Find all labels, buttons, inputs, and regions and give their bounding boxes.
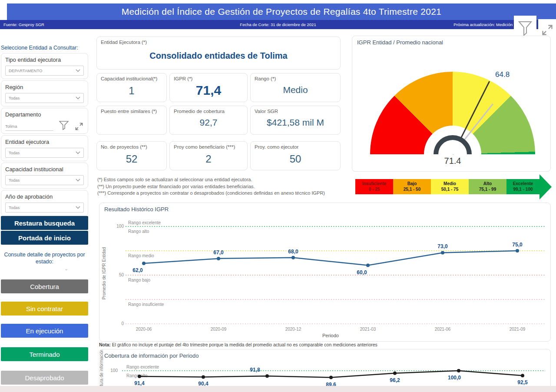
kpi-label-promedio-de-cobertura: Promedio de cobertura [174,109,225,114]
slicer-ano-de-aprobacion: Año de aprobaciónTodas [1,190,88,216]
svg-text:75,0: 75,0 [512,242,523,248]
chevron-down-icon [76,69,80,72]
svg-text:0: 0 [121,321,124,326]
slicer-search-departamento: Tolima [5,120,84,131]
kpi-label-proy-como-beneficiario: Proy como beneficiario (***) [174,144,235,149]
slicer-dropdown-region[interactable]: Todas [5,93,84,103]
sidebar-heading: Seleccione Entidad a Consultar: [1,45,89,51]
slicer-departamento: DepartamentoTolima [1,108,88,134]
entity-card: Entidad Ejecutora (*) Consolidado entida… [96,37,341,70]
kpi-value-proy-como-beneficiario: 2 [170,153,247,165]
historic-igpr-chart[interactable]: Rango excelenteRango altoRango medioRang… [99,203,551,342]
header-strip: Fuente: Gesproy SGR Fecha de Corte: 31 d… [0,20,556,29]
chart-note-text: El gráfico no incluye el puntaje del 4to… [111,342,377,347]
kpi-label-capacidad-institucional: Capacidad institucional(*) [101,76,157,81]
svg-text:2020-12: 2020-12 [285,327,301,332]
cutoff-date-label: Fecha de Corte: 31 de diciembre de 2021 [240,22,316,27]
footnote-line: (**) Un proyecto puede estar financiado … [97,183,325,190]
slicer-search-input-departamento[interactable]: Tolima [5,123,53,131]
slicer-value-ano-de-aprobacion: Todas [9,205,20,210]
kpi-label-igpr: IGPR (*) [174,76,192,81]
legend-segment-name: Excelente [506,181,539,186]
svg-text:96,2: 96,2 [390,377,400,383]
gauge-target-label: 64.8 [495,70,510,79]
legend-segment-range: 75,1 - 99 [469,186,506,192]
filter-funnel-icon[interactable] [58,120,70,131]
svg-text:62,0: 62,0 [132,267,143,273]
slicer-dropdown-capacidad-institucional[interactable]: Todas [5,175,84,185]
historic-igpr-card: Resultado Histórico IGPR Rango excelente… [99,203,551,342]
slicer-dropdown-ano-de-aprobacion[interactable]: Todas [5,203,84,213]
entity-card-value: Consolidado entidades de Tolima [97,51,340,61]
status-button-en-ejecucion[interactable]: En ejecución [1,324,88,338]
chevron-down-icon [76,96,80,100]
legend-segment-range: 50,1 - 75 [431,186,469,192]
footnotes: (*) Estos campos solo se actualizan al s… [97,176,325,197]
svg-text:68,0: 68,0 [288,249,298,255]
legend-segment-range: 99,1 - 100 [506,186,539,192]
svg-text:Promedio de IGPR Entidad: Promedio de IGPR Entidad [102,247,106,300]
legend-arrowhead [539,174,552,199]
kpi-value-igpr: 71,4 [170,83,247,98]
chevron-down-icon [76,206,80,209]
focus-mode-icon [541,24,553,36]
slicer-label-region: Región [5,84,84,90]
svg-text:Rango alto: Rango alto [126,373,148,378]
kpi-igpr: IGPR (*)71,4 [169,73,248,102]
svg-text:Rango insuficiente: Rango insuficiente [128,302,164,307]
legend-segment-range: 0 - 25 [355,186,393,192]
kpi-value-promedio-de-cobertura: 92,7 [170,117,247,128]
svg-text:60,0: 60,0 [357,269,367,276]
svg-text:Rango excelente: Rango excelente [126,365,159,369]
svg-text:2020-06: 2020-06 [136,327,152,332]
next-update-label: Próxima actualización: Medición [453,22,513,27]
legend-segment-range: 25,1 - 50 [393,186,431,192]
button-portada-de-inicio[interactable]: Portada de inicio [1,231,88,245]
svg-text:Periodo: Periodo [322,333,339,338]
gauge-title: IGPR Entidad / Promedio nacional [357,39,443,46]
status-button-terminado[interactable]: Terminado [1,347,88,361]
svg-text:Rango medio: Rango medio [128,253,154,258]
legend-segment-excelente: Excelente99,1 - 100 [506,179,539,194]
svg-text:Rango excelente: Rango excelente [128,220,161,225]
slicer-value-tipo-entidad-ejecutora: DEPARTAMENTO [9,68,42,73]
svg-text:100: 100 [110,368,118,373]
legend-segment-alto: Alto75,1 - 99 [469,179,506,194]
status-button-cobertura[interactable]: Cobertura [1,279,88,293]
status-button-desaprobado[interactable]: Desaprobado [1,371,88,385]
legend-segment-insuficiente: Insuficiente0 - 25 [355,179,393,194]
slicer-dropdown-entidad-ejecutora[interactable]: Todas [5,148,84,158]
kpi-promedio-de-cobertura: Promedio de cobertura92,7 [169,106,248,135]
legend-segment-name: Bajo [393,181,431,186]
kpi-label-rango: Rango (*) [255,76,276,81]
kpi-value-no-de-proyectos: 52 [97,153,166,165]
svg-text:Rango alto: Rango alto [128,229,149,234]
slicer-value-entidad-ejecutora: Todas [9,150,20,155]
collapse-chevron-icon[interactable]: ⌄ [64,266,68,272]
kpi-valor-sgr: Valor SGR$421,58 mil M [250,106,341,135]
svg-text:100,0: 100,0 [448,375,461,381]
slicer-label-capacidad-institucional: Capacidad institucional [5,166,84,173]
expand-icon[interactable] [74,122,84,131]
svg-text:Rango bajo: Rango bajo [128,278,151,282]
kpi-value-rango: Medio [251,85,340,95]
status-button-sin-contratar[interactable]: Sin contratar [1,302,88,316]
slicer-tipo-entidad-ejecutora: Tipo entidad ejecutoraDEPARTAMENTO [1,53,88,79]
title-banner: Medición del Índice de Gestión de Proyec… [7,3,556,20]
slicer-capacidad-institucional: Capacidad institucionalTodas [1,163,88,189]
kpi-proy-como-ejecutor: Proy. como ejecutor50 [250,141,341,170]
legend-segment-name: Alto [469,181,506,186]
kpi-no-de-proyectos: No. de proyectos (**)52 [96,141,167,170]
svg-text:2021-09: 2021-09 [510,327,526,332]
kpi-proy-como-beneficiario: Proy como beneficiario (***)2 [169,141,248,170]
slicer-label-ano-de-aprobacion: Año de aprobación [5,193,84,200]
legend-segment-medio: Medio50,1 - 75 [431,179,469,194]
slicer-dropdown-tipo-entidad-ejecutora[interactable]: DEPARTAMENTO [5,66,84,76]
svg-text:91,4: 91,4 [134,380,145,386]
page-title: Medición del Índice de Gestión de Proyec… [122,7,442,17]
kpi-label-puesto-entre-similares: Puesto entre similares (*) [101,109,157,114]
slicer-label-tipo-entidad-ejecutora: Tipo entidad ejecutora [5,56,84,63]
legend-segment-name: Insuficiente [355,181,393,186]
gauge-value-label: 71.4 [433,156,472,166]
button-restaura-busqueda[interactable]: Restaura busqueda [1,216,88,230]
